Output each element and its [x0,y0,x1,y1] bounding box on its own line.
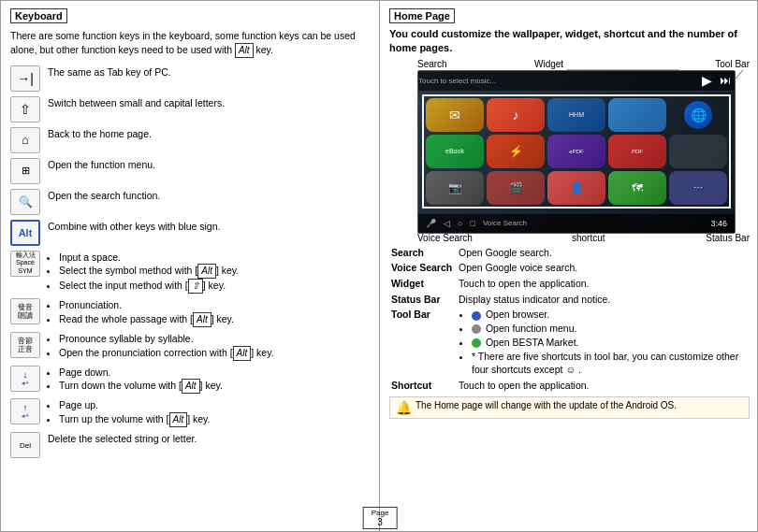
label-status-bar: Status Bar [706,233,750,243]
desc-val-statusbar: Display status indicator and notice. [457,292,750,308]
tab-key-desc: The same as Tab key of PC. [48,65,370,79]
syllable-key-icon: 音節正音 [10,332,40,358]
desc-val-voice: Open Google voice search. [457,260,750,276]
label-shortcut: shortcut [572,233,605,243]
app-email-icon: ✉ [426,98,484,132]
page-label: Page [372,509,389,517]
app-flash-icon: ⚡ [487,135,545,168]
desc-row-search: Search Open Google search. [389,245,750,261]
alt-key-icon: Alt [10,220,40,246]
app-user-icon: 👤 [547,171,605,205]
app-dots-icon: ⋯ [669,171,727,205]
desc-val-toolbar: Open browser. Open function menu. Open B… [457,307,750,377]
del-key-desc: Delete the selected string or letter. [48,432,370,446]
desc-key-widget: Widget [389,276,457,292]
note-text: The Home page will change with the updat… [415,400,677,410]
square-icon: □ [470,219,474,228]
space-key-desc: Input a space. Select the symbol method … [48,251,370,295]
kb-row-alt: Alt Combine with other keys with blue si… [10,220,370,246]
kb-row-space: 輸入法SpaceSYM Input a space. Select the sy… [10,251,370,295]
device-screen: Touch to select music... ▶ ⏭ ✉ ♪ [417,70,736,234]
kb-row-search: 🔍 Open the search function. [10,189,370,215]
app-globe-icon: 🌐 [684,101,712,129]
circle-icon: ○ [458,219,462,228]
desc-key-search: Search [389,245,457,261]
bottom-bar-icons: 🎤 ◁ ○ □ Voice Search [426,219,527,228]
kb-row-home: ⌂ Back to the home page. [10,127,370,153]
back-icon: ◁ [444,219,450,228]
page-container: Keyboard There are some function keys in… [1,1,758,532]
menu-key-icon: ⊞ [10,158,40,184]
voice-search-label: Voice Search [483,219,527,228]
menu-key-desc: Open the function menu. [48,158,370,172]
label-voice-search: Voice Search [417,233,473,243]
tab-key-icon: →| [10,65,40,92]
desc-key-toolbar: Tool Bar [389,307,457,377]
desc-row-widget: Widget Touch to open the application. [389,276,750,292]
kb-row-tab: →| The same as Tab key of PC. [10,65,370,92]
search-key-icon: 🔍 [10,189,40,215]
device-area: Search Widget Tool Bar [389,59,750,241]
shift-key-desc: Switch between small and capital letters… [48,96,370,110]
desc-val-widget: Touch to open the application. [457,276,750,292]
desc-table: Search Open Google search. Voice Search … [389,245,750,394]
kb-row-del: Del Delete the selected string or letter… [10,432,370,458]
device-bottom-bar: 🎤 ◁ ○ □ Voice Search 3:46 [418,214,735,233]
alt-key-inline: Alt [235,43,254,58]
right-panel: Home Page You could customize the wallpa… [380,1,758,532]
search-key-desc: Open the search function. [48,189,370,203]
app-hhm-icon: HHM [547,98,605,132]
time-display: 3:46 [710,219,727,228]
page-number-box: Page 3 [363,507,398,529]
mic-icon: 🎤 [426,219,436,228]
note-box: 🔔 The Home page will change with the upd… [389,396,750,419]
app-music-icon: ♪ [487,98,545,132]
label-widget: Widget [534,59,563,69]
desc-val-shortcut: Touch to open the application. [457,378,750,394]
device-top-bar: Touch to select music... ▶ ⏭ [418,71,735,92]
kb-row-pageup: ↑ ◂+ Page up. Turn up the volume with [A… [10,398,370,427]
note-icon: 🔔 [396,400,412,415]
kb-row-menu: ⊞ Open the function menu. [10,158,370,184]
browser-icon [472,311,481,321]
kb-row-shift: ⇧ Switch between small and capital lette… [10,96,370,122]
pageup-key-icon: ↑ ◂+ [10,398,40,424]
app-dict-icon [608,98,666,132]
kb-row-syllable: 音節正音 Pronounce syllable by syllable. Ope… [10,332,370,361]
home-key-desc: Back to the home page. [48,127,370,141]
funcmenu-icon [472,324,481,334]
pronounce-key-desc: Pronunciation. Read the whole passage wi… [48,298,370,327]
desc-key-voice: Voice Search [389,260,457,276]
pagedown-key-desc: Page down. Turn down the volume with [Al… [48,366,370,395]
market-icon [472,338,481,348]
pagedown-key-icon: ↓ ◂+ [10,366,40,392]
app-epdf-icon: ePDF [547,135,605,168]
page-number: 3 [377,517,383,527]
desc-key-shortcut: Shortcut [389,378,457,394]
pronounce-key-icon: 發音朗讀 [10,298,40,324]
label-search: Search [417,59,447,69]
left-panel: Keyboard There are some function keys in… [1,1,380,532]
app-camera-icon: 📷 [426,171,484,205]
desc-val-search: Open Google search. [457,245,750,261]
desc-row-toolbar: Tool Bar Open browser. Open function men… [389,307,750,377]
right-section-title: Home Page [389,8,455,23]
app-pdfread-icon: PDF [608,135,666,168]
intro-text: There are some function keys in the keyb… [10,29,370,58]
desc-row-voice: Voice Search Open Google voice search. [389,260,750,276]
customize-text: You could customize the wallpaper, widge… [389,27,750,55]
desc-key-statusbar: Status Bar [389,292,457,308]
kb-row-pagedown: ↓ ◂+ Page down. Turn down the volume wit… [10,366,370,395]
left-section-title: Keyboard [10,8,67,23]
app-empty1-icon [669,135,727,168]
desc-row-statusbar: Status Bar Display status indicator and … [389,292,750,308]
device-top-bar-text: Touch to select music... [418,77,496,85]
app-ebook-icon: eBook [426,135,484,168]
home-key-icon: ⌂ [10,127,40,153]
shift-key-icon: ⇧ [10,96,40,122]
desc-row-shortcut: Shortcut Touch to open the application. [389,378,750,394]
app-video-icon: 🎬 [487,171,545,205]
syllable-key-desc: Pronounce syllable by syllable. Open the… [48,332,370,361]
label-toolbar: Tool Bar [715,59,750,69]
space-key-icon: 輸入法SpaceSYM [10,251,40,277]
